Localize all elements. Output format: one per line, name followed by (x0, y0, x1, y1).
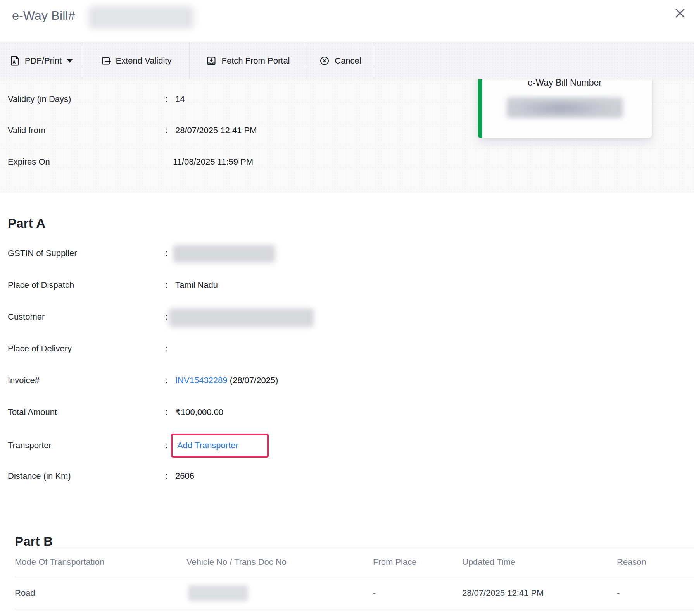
cancel-button[interactable]: Cancel (306, 42, 374, 79)
field-label: Place of Dispatch (8, 279, 74, 291)
part-b-table: Mode Of Transportation Vehicle No / Tran… (15, 547, 694, 609)
field-row-distance: Distance (in Km) : 2606 (0, 470, 426, 482)
field-label: Distance (in Km) (8, 470, 71, 482)
field-separator: : (165, 439, 167, 452)
field-row-gstin: GSTIN of Supplier : (0, 247, 426, 260)
field-label: Customer (8, 311, 45, 323)
column-header-from-place: From Place (373, 557, 416, 567)
field-separator: : (165, 374, 167, 387)
field-value: INV15432289 (28/07/2025) (175, 374, 278, 387)
svg-text:A: A (12, 59, 16, 64)
extend-validity-button[interactable]: Extend Validity (82, 42, 190, 79)
field-separator: : (165, 470, 167, 482)
bill-number-redacted-blob (88, 6, 194, 29)
field-label: Place of Delivery (8, 342, 72, 355)
field-separator: : (165, 279, 167, 291)
field-row-invoice: Invoice# : INV15432289 (28/07/2025) (0, 374, 426, 387)
pdf-print-button[interactable]: A PDF/Print (0, 42, 82, 79)
field-label: Total Amount (8, 406, 57, 418)
column-header-updated-time: Updated Time (462, 557, 515, 567)
part-b-table-header: Mode Of Transportation Vehicle No / Tran… (15, 547, 694, 577)
cell-updated-time: 28/07/2025 12:41 PM (462, 588, 544, 598)
pdf-file-icon: A (9, 55, 21, 67)
invoice-date-suffix: (28/07/2025) (228, 375, 278, 385)
cell-reason: - (617, 588, 620, 598)
field-label: Valid from (8, 124, 45, 137)
page-title: e-Way Bill# (12, 9, 75, 23)
field-value: ₹100,000.00 (175, 406, 223, 418)
eway-bill-number-redacted-blob (507, 97, 623, 118)
fetch-from-portal-label: Fetch From Portal (221, 56, 290, 66)
field-value: 11/08/2025 11:59 PM (173, 156, 253, 168)
field-value: 28/07/2025 12:41 PM (175, 124, 257, 137)
close-x-glyph (673, 6, 687, 20)
cancel-circle-icon (319, 55, 330, 67)
cell-mode: Road (15, 588, 35, 598)
field-row-place-of-delivery: Place of Delivery : (0, 342, 426, 355)
invoice-number-link[interactable]: INV15432289 (175, 375, 228, 385)
cancel-label: Cancel (335, 56, 361, 66)
field-label: Invoice# (8, 374, 40, 387)
field-label: Transporter (8, 439, 52, 452)
field-value: 2606 (175, 470, 194, 482)
field-separator: : (165, 311, 167, 323)
field-separator: : (165, 406, 167, 418)
table-row: Road - 28/07/2025 12:41 PM - (15, 577, 694, 609)
field-row-total-amount: Total Amount : ₹100,000.00 (0, 406, 426, 418)
column-header-vehicle: Vehicle No / Trans Doc No (186, 557, 287, 567)
field-value: 14 (175, 93, 185, 105)
chevron-down-icon (67, 59, 73, 63)
cell-from-place: - (373, 588, 376, 598)
eway-bill-detail-modal: e-Way Bill# e-Way Bill Number A PDF/Prin… (0, 0, 694, 616)
field-row-expires-on: Expires On 11/08/2025 11:59 PM (0, 156, 426, 168)
pdf-print-label: PDF/Print (25, 56, 62, 66)
field-row-valid-from: Valid from : 28/07/2025 12:41 PM (0, 124, 426, 137)
add-transporter-highlight-box[interactable]: Add Transporter (171, 434, 269, 458)
column-header-reason: Reason (617, 557, 646, 567)
field-label: Expires On (8, 156, 50, 168)
extend-validity-icon (100, 55, 112, 67)
close-icon[interactable] (672, 5, 689, 22)
field-label: GSTIN of Supplier (8, 247, 77, 260)
field-separator: : (165, 247, 167, 260)
field-row-validity-days: Validity (in Days) : 14 (0, 93, 426, 105)
extend-validity-label: Extend Validity (116, 56, 172, 66)
field-label: Validity (in Days) (8, 93, 71, 105)
field-separator: : (165, 93, 167, 105)
add-transporter-link[interactable]: Add Transporter (177, 440, 238, 451)
field-separator: : (165, 342, 167, 355)
fetch-from-portal-button[interactable]: Fetch From Portal (190, 42, 306, 79)
field-row-customer: Customer : (0, 311, 426, 323)
toolbar: A PDF/Print Extend Validity (0, 42, 694, 79)
field-row-place-of-dispatch: Place of Dispatch : Tamil Nadu (0, 279, 426, 291)
part-a-heading: Part A (8, 216, 45, 231)
field-value: Tamil Nadu (175, 279, 218, 291)
fetch-download-icon (205, 55, 217, 67)
column-header-mode: Mode Of Transportation (15, 557, 104, 567)
field-separator: : (165, 124, 167, 137)
